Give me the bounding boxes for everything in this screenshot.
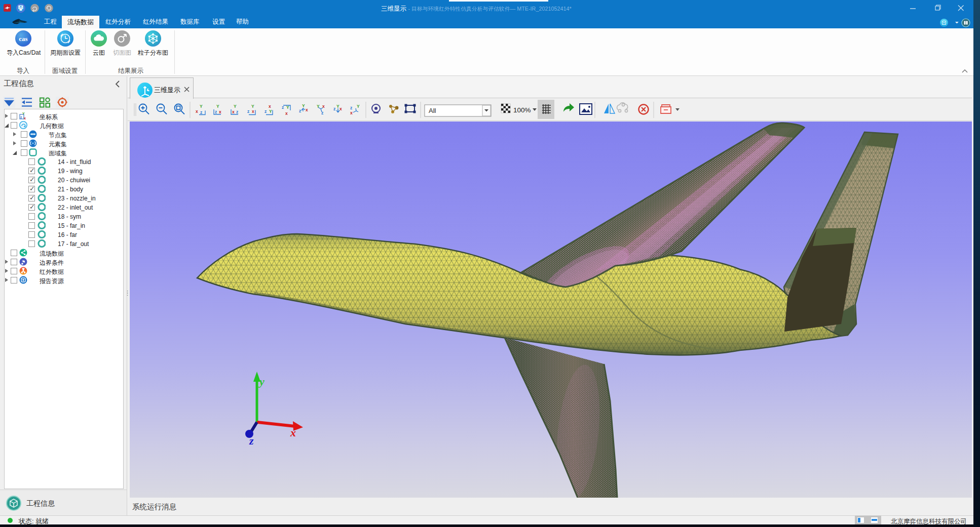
svg-text:Y: Y: [251, 104, 254, 109]
svg-text:All: All: [429, 107, 436, 114]
svg-text:z: z: [236, 109, 238, 114]
svg-text:z: z: [200, 110, 202, 115]
svg-text:cas: cas: [19, 35, 27, 43]
svg-text:Y: Y: [216, 104, 219, 109]
svg-text:z: z: [350, 105, 352, 110]
svg-text:Y: Y: [357, 104, 360, 109]
svg-text:x: x: [196, 109, 198, 114]
svg-text:Y: Y: [234, 104, 237, 109]
svg-text:x: x: [285, 111, 288, 116]
svg-text:x: x: [252, 109, 254, 114]
svg-text:x: x: [340, 106, 342, 111]
svg-text:Y: Y: [200, 104, 203, 109]
svg-text:x: x: [232, 109, 235, 114]
svg-text:z: z: [247, 109, 249, 114]
svg-text:z: z: [215, 109, 217, 114]
svg-text:100%: 100%: [513, 106, 531, 114]
svg-text:Y: Y: [302, 103, 305, 108]
svg-text:z: z: [333, 106, 335, 111]
svg-text:x: x: [290, 426, 296, 439]
svg-text:z: z: [299, 108, 301, 113]
svg-text:z: z: [265, 109, 267, 114]
svg-text:Y: Y: [269, 109, 272, 114]
svg-text:z: z: [20, 115, 22, 119]
svg-text:x: x: [219, 109, 221, 114]
svg-text:x: x: [350, 110, 353, 115]
svg-text:z: z: [249, 434, 254, 447]
svg-text:x: x: [306, 107, 308, 112]
svg-text:x: x: [269, 104, 271, 109]
svg-text:x: x: [24, 116, 26, 120]
